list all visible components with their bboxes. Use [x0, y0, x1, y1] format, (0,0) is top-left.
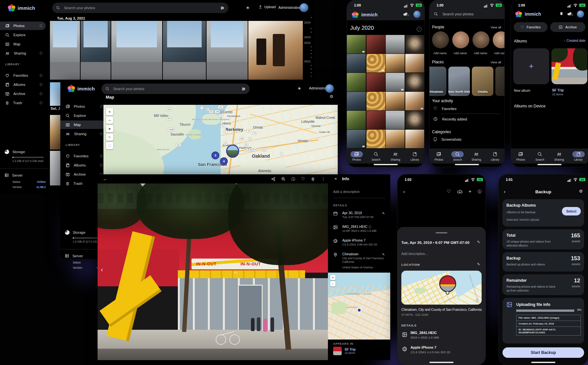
photo-grid-tile[interactable] [405, 73, 424, 91]
back-arrow-icon[interactable]: ← [103, 176, 107, 182]
edit-date-pencil-icon[interactable]: ✎ [477, 240, 480, 244]
photo-thumbnail[interactable] [111, 21, 162, 80]
photo-thumbnail[interactable] [81, 21, 111, 80]
sort-toggle[interactable]: ↑Created date [564, 39, 585, 42]
user-avatar[interactable] [413, 11, 421, 18]
description-field[interactable]: Add a description [333, 190, 360, 194]
place-card[interactable]: Near North Side [448, 67, 470, 96]
minimap-zoom-out-button[interactable]: − [330, 281, 335, 286]
minimap-zoom-in-button[interactable]: + [330, 275, 335, 280]
file-info-icon[interactable]: ⓘ [368, 225, 371, 229]
photo-grid-tile[interactable] [386, 92, 405, 110]
place-card[interactable]: Chinatown [429, 67, 446, 96]
timeline-year[interactable]: 2022 [304, 41, 311, 44]
close-icon[interactable]: × [334, 176, 337, 181]
photo-grid-tile[interactable] [366, 130, 385, 148]
description-field[interactable]: Add description... [401, 252, 428, 256]
person-avatar[interactable] [472, 31, 489, 48]
sidebar-item-sharing[interactable]: Sharingⓘ [60, 130, 106, 138]
info-icon[interactable]: ⓘ [100, 132, 103, 136]
favorite-heart-icon[interactable]: ♡ [301, 176, 305, 181]
photo-grid-tile[interactable] [366, 111, 385, 129]
share-icon[interactable] [271, 177, 275, 181]
user-avatar[interactable] [577, 10, 584, 18]
photo-grid-tile[interactable] [386, 35, 405, 54]
new-album-tile[interactable]: + [513, 48, 549, 84]
timeline-year[interactable]: 2024 [304, 21, 311, 24]
map-zoom-out-button[interactable]: − [106, 117, 113, 124]
sidebar-item-favorites[interactable]: Favoritesⓘ [60, 152, 106, 160]
photo-grid-tile[interactable] [405, 111, 424, 129]
photo-grid-tile[interactable] [405, 54, 424, 72]
upload-button[interactable]: Upload [258, 5, 276, 9]
view-all-link[interactable]: View all [490, 25, 501, 29]
sidebar-item-photos[interactable]: Photosⓘ [0, 22, 46, 30]
photo-grid-tile[interactable] [386, 54, 405, 72]
map-zoom-in-button[interactable]: + [106, 108, 113, 115]
theme-toggle-icon[interactable]: ☀ [297, 86, 302, 91]
photo-grid-tile[interactable] [386, 111, 405, 129]
map-info-icon[interactable]: ⓘ [475, 298, 479, 303]
person-avatar[interactable] [493, 31, 504, 48]
photo-grid-tile[interactable] [366, 35, 385, 54]
photo-grid-tile[interactable] [386, 130, 405, 148]
photo-display[interactable]: IN-N-OUT IN-N-OUT 333 [98, 183, 328, 360]
search-input[interactable]: Search your photos [442, 12, 473, 16]
back-chevron-icon[interactable]: ‹ [403, 189, 405, 194]
info-icon[interactable]: ⓘ [478, 189, 482, 195]
sync-cloud-icon[interactable] [567, 11, 573, 16]
edit-date-pencil-icon[interactable]: ✎ [382, 212, 385, 215]
sidebar-item-trash[interactable]: Trashⓘ [0, 99, 46, 107]
photo-grid-tile[interactable] [366, 92, 385, 110]
sidebar-item-photos[interactable]: Photosⓘ [60, 102, 106, 111]
add-name-link[interactable]: Add name [474, 52, 487, 55]
info-icon[interactable]: ⓘ [39, 83, 42, 87]
nav-item-library[interactable]: Library [407, 151, 423, 161]
nav-item-search[interactable]: Search [450, 151, 465, 161]
nav-item-sharing[interactable]: Sharing [551, 151, 567, 161]
map-draw-button[interactable]: ✎ [106, 134, 113, 141]
album-tile-sf-trip[interactable] [551, 48, 587, 84]
view-all-link[interactable]: View all [490, 60, 501, 64]
search-filter-icon[interactable] [241, 87, 246, 91]
album-link[interactable]: SF Trip 15 items [333, 347, 356, 355]
select-all-check-icon[interactable]: ✓ [417, 27, 422, 32]
photo-grid-tile[interactable] [347, 111, 366, 129]
sidebar-item-sharing[interactable]: Sharingⓘ [0, 49, 46, 57]
user-avatar[interactable] [300, 3, 308, 12]
place-card[interactable]: Omaha [472, 67, 493, 96]
zoom-icon[interactable] [281, 177, 286, 181]
map-locate-button[interactable]: ➤ [106, 125, 113, 132]
map-settings-gear-icon[interactable]: ⚙ [330, 94, 333, 99]
info-icon[interactable]: ⓘ [39, 51, 42, 56]
place-card[interactable]: Pi [495, 67, 504, 96]
info-icon[interactable]: ⓘ [39, 92, 42, 96]
immich-logo[interactable]: immich [8, 4, 35, 11]
sidebar-item-albums[interactable]: Albumsⓘ [60, 161, 106, 169]
photo-grid-tile[interactable] [405, 35, 424, 54]
photo-thumbnail[interactable] [163, 21, 206, 80]
timeline-year[interactable]: 2021 [304, 60, 311, 63]
nav-item-sharing[interactable]: Sharing [469, 151, 484, 161]
timeline-year[interactable]: 2023 [304, 36, 311, 39]
sheet-drag-handle[interactable] [436, 232, 447, 233]
sidebar-item-map[interactable]: Map [0, 40, 46, 48]
info-icon[interactable]: ⓘ [100, 154, 103, 158]
sidebar-item-archive[interactable]: Archiveⓘ [0, 89, 46, 98]
photo-grid-tile[interactable] [366, 73, 385, 91]
album-name[interactable]: SF Trip [552, 88, 564, 92]
search-input[interactable] [113, 87, 238, 91]
favorites-row[interactable]: ♡Favorites [433, 106, 456, 111]
search-bar[interactable] [52, 3, 228, 13]
trash-icon[interactable] [311, 177, 315, 181]
nav-item-photos[interactable]: Photos [431, 151, 447, 161]
photo-thumbnail[interactable] [207, 21, 248, 80]
sidebar-item-explore[interactable]: Explore [60, 111, 106, 120]
map-photo-cluster[interactable]: 5 [211, 151, 219, 159]
edit-location-pencil-icon[interactable]: ✎ [382, 253, 385, 256]
nav-item-photos[interactable]: Photos [349, 151, 364, 161]
map-photo-cluster[interactable]: 4 [220, 157, 228, 165]
screenshots-row[interactable]: Screenshots [433, 137, 461, 141]
back-chevron-icon[interactable]: ‹ [504, 189, 505, 194]
photo-grid-tile[interactable] [347, 35, 366, 54]
